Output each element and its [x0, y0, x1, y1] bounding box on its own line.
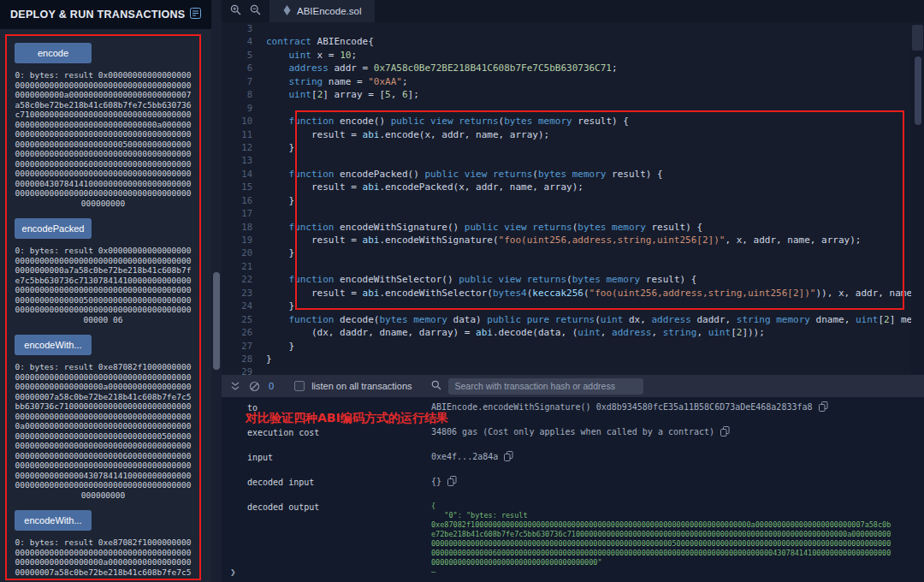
- terminal-row-value: 0xe4f...2a84a: [431, 452, 924, 463]
- code-line: 10 function encode() public view returns…: [222, 115, 924, 128]
- run-output-4: 0: bytes: result 0xe87082f10000000000000…: [11, 537, 195, 580]
- terminal-row-value-text: 0xe4f...2a84a: [431, 452, 498, 461]
- run-button-3[interactable]: encodeWith...: [15, 335, 92, 355]
- listen-label: listen on all transactions: [311, 381, 412, 391]
- line-number: 16: [222, 194, 266, 207]
- transaction-count-badge: 0: [269, 381, 274, 391]
- zoom-in-icon[interactable]: [230, 3, 241, 19]
- zoom-out-icon[interactable]: [250, 3, 261, 19]
- code-line: 17: [222, 207, 924, 220]
- terminal-row-label: input: [247, 452, 431, 463]
- line-number: 27: [222, 340, 266, 353]
- code-line: 7 string name = "0xAA";: [222, 75, 924, 88]
- run-output-3: 0: bytes: result 0xe87082f10000000000000…: [11, 362, 195, 500]
- code-line: 21: [222, 260, 924, 273]
- terminal-row: input0xe4f...2a84a: [247, 452, 924, 463]
- code-line: 14 function encodePacked() public view r…: [222, 168, 924, 181]
- line-number: 25: [222, 313, 266, 326]
- terminal-row-label: execution cost: [247, 427, 431, 438]
- editor-scrollbar-thumb[interactable]: [915, 56, 921, 125]
- panel-title: DEPLOY & RUN TRANSACTIONS: [10, 9, 186, 21]
- terminal: 0 listen on all transactions toABIEncode…: [222, 375, 924, 582]
- code-text: }: [266, 194, 294, 207]
- line-number: 29: [222, 365, 266, 375]
- code-line: 3: [222, 22, 924, 35]
- code-line: 27 }: [222, 340, 924, 353]
- code-line: 8 uint[2] array = [5, 6];: [222, 88, 924, 101]
- terminal-rows: toABIEncode.encodeWithSignature() 0xd8b9…: [247, 402, 924, 577]
- line-number: 18: [222, 221, 266, 234]
- tab-abiencode-sol[interactable]: ABIEncode.sol: [270, 0, 375, 22]
- code-line: 15 result = abi.encodePacked(x, addr, na…: [222, 181, 924, 193]
- code-text: contract ABIEncode{: [266, 35, 374, 48]
- code-line: 24 }: [222, 300, 924, 312]
- code-line: 29: [222, 365, 924, 375]
- code-text: (dx, daddr, dname, darray) = abi.decode(…: [266, 326, 765, 339]
- code-line: 23 result = abi.encodeWithSelector(bytes…: [222, 287, 924, 300]
- panel-scrollbar[interactable]: [211, 0, 222, 582]
- block-transactions-icon[interactable]: [249, 381, 260, 392]
- code-line: 12 }: [222, 141, 924, 154]
- code-line: 11 result = abi.encode(x, addr, name, ar…: [222, 128, 924, 141]
- code-text: }: [266, 141, 294, 154]
- run-section-4: encodeWith...0: bytes: result 0xe87082f1…: [11, 510, 195, 580]
- code-text: }: [266, 246, 294, 259]
- code-line: 25 function decode(bytes memory data) pu…: [222, 313, 924, 326]
- run-button-4[interactable]: encodeWith...: [15, 510, 92, 531]
- code-line: 26 (dx, daddr, dname, darray) = abi.deco…: [222, 326, 924, 339]
- code-text: result = abi.encodeWithSelector(bytes4(k…: [266, 287, 924, 300]
- editor-tabbar: ABIEncode.sol: [222, 0, 924, 22]
- terminal-toolbar: 0 listen on all transactions: [222, 375, 924, 397]
- code-text: uint x = 10;: [266, 49, 357, 62]
- line-number: 15: [222, 181, 266, 193]
- code-area[interactable]: 34contract ABIEncode{5 uint x = 10;6 add…: [222, 22, 924, 375]
- code-text: result = abi.encode(x, addr, name, array…: [266, 128, 549, 141]
- copy-icon[interactable]: [720, 426, 730, 436]
- annotation-box-left: encode0: bytes: result 0x000000000000000…: [5, 34, 201, 580]
- line-number: 24: [222, 300, 266, 312]
- line-number: 3: [222, 22, 266, 35]
- copy-icon[interactable]: [819, 401, 828, 412]
- code-line: 9: [222, 102, 924, 115]
- terminal-row-value: ABIEncode.encodeWithSignature() 0xd8b934…: [431, 402, 924, 413]
- code-line: 16 }: [222, 194, 924, 207]
- run-button-1[interactable]: encode: [15, 43, 92, 63]
- terminal-row: decoded input{}: [247, 477, 924, 488]
- terminal-row-value: 34806 gas (Cost only applies when called…: [431, 427, 924, 438]
- panel-scrollbar-thumb[interactable]: [213, 272, 220, 370]
- code-text: }: [266, 300, 294, 312]
- copy-icon[interactable]: [447, 476, 457, 486]
- code-line: 5 uint x = 10;: [222, 49, 924, 62]
- terminal-row-value: {}: [431, 477, 924, 488]
- prompt-icon[interactable]: ❯: [230, 567, 236, 578]
- code-line: 4contract ABIEncode{: [222, 35, 924, 48]
- terminal-row-label: decoded input: [247, 477, 431, 488]
- code-line: 18 function encodeWithSignature() public…: [222, 221, 924, 234]
- line-number: 22: [222, 273, 266, 286]
- run-section-2: encodePacked0: bytes: result 0x000000000…: [11, 218, 195, 324]
- run-output-2: 0: bytes: result 0x000000000000000000000…: [11, 246, 195, 324]
- code-text: result = abi.encodePacked(x, addr, name,…: [266, 181, 583, 193]
- terminal-row-value-text: 34806 gas (Cost only applies when called…: [431, 427, 714, 436]
- terminal-row-value: { "0": "bytes: result 0xe87082f100000000…: [431, 502, 924, 577]
- run-section-1: encode0: bytes: result 0x000000000000000…: [11, 43, 195, 208]
- code-text: function encodeWithSignature() public vi…: [266, 221, 702, 234]
- run-button-2[interactable]: encodePacked: [15, 218, 92, 239]
- line-number: 6: [222, 62, 266, 74]
- code-text: result = abi.encodeWithSignature("foo(ui…: [266, 234, 861, 246]
- editor-scrollbar[interactable]: [911, 22, 924, 375]
- code-line: 6 address addr = 0x7A58c0Be72BE218B41C60…: [222, 62, 924, 74]
- line-number: 21: [222, 260, 266, 273]
- line-number: 19: [222, 234, 266, 246]
- panel-icon[interactable]: [190, 7, 201, 22]
- terminal-row: execution cost34806 gas (Cost only appli…: [247, 427, 924, 438]
- terminal-row-value-text: { "0": "bytes: result 0xe87082f100000000…: [431, 502, 893, 577]
- search-input[interactable]: [448, 378, 643, 395]
- code-text: address addr = 0x7A58c0Be72BE218B41C608b…: [266, 62, 618, 74]
- code-line: 19 result = abi.encodeWithSignature("foo…: [222, 234, 924, 246]
- copy-icon[interactable]: [504, 451, 513, 461]
- collapse-terminal-icon[interactable]: [230, 382, 240, 391]
- terminal-row-value-text: {}: [431, 477, 441, 486]
- code-lines: 34contract ABIEncode{5 uint x = 10;6 add…: [222, 22, 924, 375]
- listen-checkbox[interactable]: [294, 381, 305, 391]
